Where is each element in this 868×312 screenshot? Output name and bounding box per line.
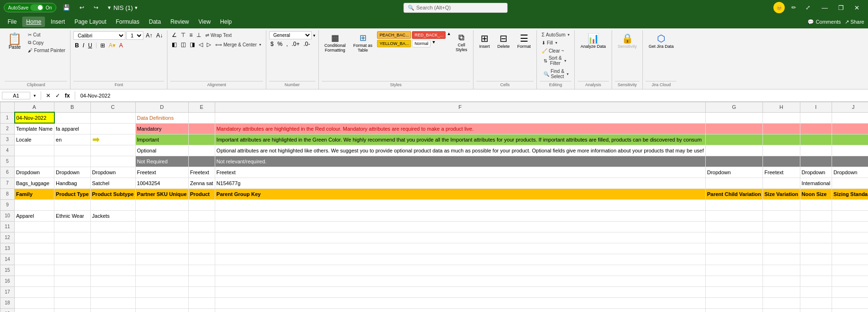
grid-cell[interactable]: Template Name — [15, 123, 54, 134]
col-header-G[interactable]: G — [705, 102, 763, 113]
grid-cell[interactable] — [54, 286, 90, 297]
grid-cell[interactable]: Freetext — [135, 167, 188, 178]
decrease-font-button[interactable]: A↓ — [155, 32, 164, 39]
grid-cell[interactable] — [188, 265, 215, 276]
grid-cell[interactable]: Not Required — [135, 156, 188, 167]
grid-cell[interactable] — [705, 112, 763, 123]
underline-button[interactable]: U — [87, 42, 94, 49]
grid-cell[interactable] — [188, 221, 215, 232]
grid-cell[interactable]: Parent Group Key — [215, 188, 705, 199]
grid-cell[interactable]: Freetext — [763, 167, 800, 178]
grid-cell[interactable] — [832, 112, 868, 123]
grid-cell[interactable] — [763, 145, 800, 156]
delete-button[interactable]: ⊟ Delete — [494, 31, 512, 50]
menu-insert[interactable]: Insert — [47, 17, 69, 27]
grid-cell[interactable]: Product Type — [54, 188, 90, 199]
grid-cell[interactable] — [90, 297, 135, 308]
grid-cell[interactable] — [800, 308, 832, 312]
grid-cell[interactable] — [90, 112, 135, 123]
grid-cell[interactable] — [705, 308, 763, 312]
grid-cell[interactable] — [800, 265, 832, 276]
grid-cell[interactable]: Satchel — [90, 178, 135, 188]
grid-cell[interactable] — [188, 134, 215, 145]
align-left-button[interactable]: ◧ — [170, 41, 178, 48]
grid-cell[interactable]: Partner SKU Unique — [135, 188, 188, 199]
align-mid-button[interactable]: ≡ — [188, 31, 194, 39]
grid-cell[interactable] — [763, 308, 800, 312]
grid-cell[interactable] — [832, 297, 868, 308]
grid-cell[interactable] — [54, 232, 90, 243]
grid-cell[interactable]: N154677g — [215, 178, 705, 188]
grid-cell[interactable]: fa apparel — [54, 123, 90, 134]
confirm-formula-button[interactable]: ✓ — [54, 92, 61, 99]
menu-file[interactable]: File — [4, 17, 20, 27]
grid-cell[interactable] — [763, 156, 800, 167]
menu-formulas[interactable]: Formulas — [112, 17, 143, 27]
cell-styles-button[interactable]: ⧉ CellStyles — [453, 31, 470, 53]
grid-cell[interactable] — [832, 134, 868, 145]
grid-cell[interactable] — [135, 243, 188, 254]
grid-cell[interactable]: Product Subtype — [90, 188, 135, 199]
style-scroll-down-icon[interactable]: ▼ — [431, 40, 436, 47]
grid-cell[interactable] — [90, 286, 135, 297]
grid-cell[interactable] — [135, 297, 188, 308]
grid-cell[interactable] — [705, 286, 763, 297]
grid-cell[interactable]: Freetext — [215, 167, 705, 178]
dec-dec-button[interactable]: .0- — [302, 40, 311, 48]
grid-cell[interactable]: Dropdown — [90, 167, 135, 178]
grid-cell[interactable] — [705, 297, 763, 308]
grid-cell[interactable] — [188, 199, 215, 210]
grid-cell[interactable] — [800, 199, 832, 210]
grid-cell[interactable] — [54, 199, 90, 210]
insert-function-button[interactable]: fx — [63, 92, 71, 99]
grid-cell[interactable] — [90, 265, 135, 276]
grid-cell[interactable] — [832, 221, 868, 232]
grid-cell[interactable] — [135, 210, 188, 221]
grid-cell[interactable] — [800, 276, 832, 286]
cut-button[interactable]: ✂ Cut — [26, 31, 67, 38]
grid-cell[interactable] — [90, 145, 135, 156]
grid-cell[interactable] — [15, 232, 54, 243]
col-header-B[interactable]: B — [54, 102, 90, 113]
col-header-I[interactable]: I — [800, 102, 832, 113]
grid-cell[interactable]: Sizing Standard — [832, 188, 868, 199]
style-scroll-up-icon[interactable]: ▲ — [447, 31, 451, 39]
menu-page-layout[interactable]: Page Layout — [70, 17, 110, 27]
style-peach-button[interactable]: PEACH_BAC... — [377, 31, 411, 39]
grid-cell[interactable] — [832, 178, 868, 188]
grid-cell[interactable] — [188, 156, 215, 167]
grid-cell[interactable] — [215, 286, 705, 297]
grid-cell[interactable] — [90, 276, 135, 286]
grid-cell[interactable] — [832, 286, 868, 297]
name-manager-button[interactable]: ▾ — [32, 93, 37, 98]
share-button[interactable]: ↗ Share — [845, 19, 864, 25]
increase-font-button[interactable]: A↑ — [144, 32, 154, 39]
grid-cell[interactable]: Dropdown — [832, 167, 868, 178]
grid-cell[interactable] — [90, 199, 135, 210]
sort-filter-button[interactable]: ⇅ Sort &Filter ▾ — [542, 54, 571, 67]
grid-cell[interactable] — [800, 232, 832, 243]
col-header-A[interactable]: A — [15, 102, 54, 113]
menu-review[interactable]: Review — [167, 17, 193, 27]
restore-button[interactable]: ❐ — [833, 2, 849, 13]
col-header-J[interactable]: J — [832, 102, 868, 113]
grid-cell[interactable] — [832, 232, 868, 243]
dec-inc-button[interactable]: .0+ — [290, 40, 301, 48]
grid-cell[interactable] — [705, 156, 763, 167]
grid-cell[interactable]: Product — [188, 188, 215, 199]
wrap-text-button[interactable]: ⇌ Wrap Text — [203, 31, 234, 39]
grid-cell[interactable] — [135, 265, 188, 276]
grid-cell[interactable] — [800, 156, 832, 167]
autosave-toggle[interactable] — [30, 4, 44, 11]
grid-cell[interactable] — [800, 286, 832, 297]
grid-cell[interactable] — [705, 232, 763, 243]
align-angle-button[interactable]: ∠ — [170, 31, 178, 39]
font-color-button[interactable]: A — [118, 42, 124, 49]
expand-button[interactable]: ⤢ — [803, 3, 813, 12]
grid-cell[interactable] — [832, 123, 868, 134]
grid-cell[interactable] — [135, 199, 188, 210]
grid-cell[interactable] — [188, 243, 215, 254]
grid-cell[interactable]: Ethnic Wear — [54, 210, 90, 221]
grid-cell[interactable]: Apparel — [15, 210, 54, 221]
grid-cell[interactable] — [800, 297, 832, 308]
